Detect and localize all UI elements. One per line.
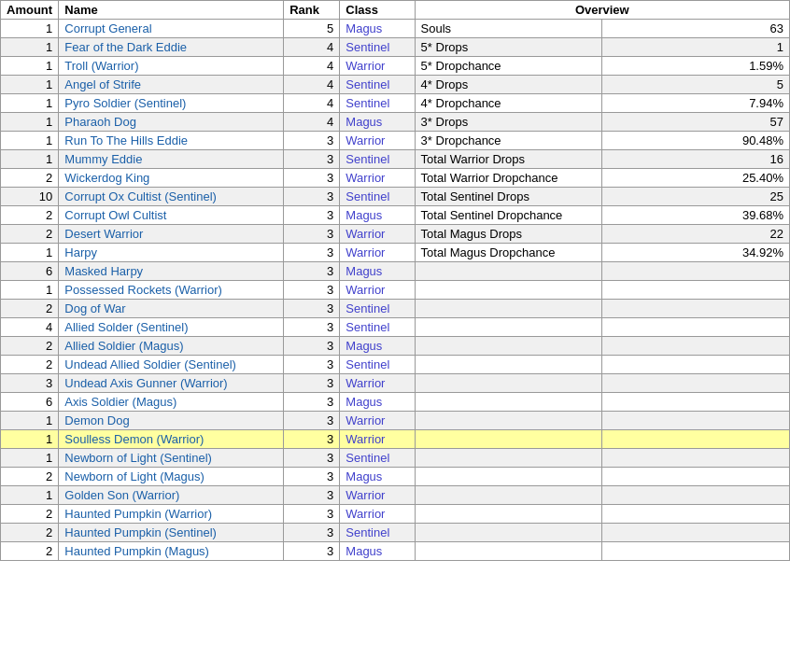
cell-rank: 3 — [284, 412, 340, 430]
cell-overview-label: Total Warrior Dropchance — [415, 169, 602, 188]
cell-amount: 1 — [1, 20, 59, 38]
cell-class: Magus — [340, 468, 415, 486]
cell-overview-label: 3* Dropchance — [415, 132, 602, 150]
cell-name: Pyro Soldier (Sentinel) — [59, 94, 284, 113]
table-row: 2Haunted Pumpkin (Warrior)3Warrior — [1, 505, 790, 524]
cell-overview-label: 5* Drops — [415, 38, 602, 57]
cell-overview-value: 57 — [602, 113, 790, 132]
cell-class: Magus — [340, 113, 415, 132]
cell-rank: 3 — [284, 150, 340, 169]
cell-overview-value: 7.94% — [602, 94, 790, 113]
cell-overview-label: 4* Dropchance — [415, 94, 602, 113]
cell-overview-label: Souls — [415, 20, 602, 38]
cell-rank: 3 — [284, 524, 340, 542]
cell-overview-value: 90.48% — [602, 132, 790, 150]
cell-name: Harpy — [59, 244, 284, 262]
cell-name: Dog of War — [59, 300, 284, 318]
cell-amount: 1 — [1, 132, 59, 150]
cell-overview-value: 16 — [602, 150, 790, 169]
cell-amount: 1 — [1, 449, 59, 468]
cell-overview-label: Total Magus Dropchance — [415, 244, 602, 262]
cell-rank: 3 — [284, 318, 340, 337]
cell-rank: 3 — [284, 132, 340, 150]
cell-overview-label — [415, 412, 602, 430]
cell-class: Warrior — [340, 505, 415, 524]
table-row: 4Allied Solder (Sentinel)3Sentinel — [1, 318, 790, 337]
cell-overview-label — [415, 337, 602, 356]
cell-class: Warrior — [340, 486, 415, 505]
cell-overview-label — [415, 524, 602, 542]
cell-amount: 2 — [1, 225, 59, 244]
cell-overview-value: 1 — [602, 38, 790, 57]
cell-class: Sentinel — [340, 524, 415, 542]
cell-amount: 2 — [1, 169, 59, 188]
table-row: 6Masked Harpy3Magus — [1, 262, 790, 281]
cell-rank: 3 — [284, 188, 340, 206]
cell-rank: 3 — [284, 505, 340, 524]
cell-name: Corrupt Ox Cultist (Sentinel) — [59, 188, 284, 206]
cell-overview-label: Total Magus Drops — [415, 225, 602, 244]
cell-name: Corrupt Owl Cultist — [59, 206, 284, 225]
cell-overview-value — [602, 486, 790, 505]
header-overview: Overview — [415, 1, 789, 20]
cell-name: Fear of the Dark Eddie — [59, 38, 284, 57]
cell-overview-label — [415, 374, 602, 393]
table-row: 2Wickerdog King3WarriorTotal Warrior Dro… — [1, 169, 790, 188]
header-amount: Amount — [1, 1, 59, 20]
cell-amount: 1 — [1, 486, 59, 505]
cell-overview-value: 25.40% — [602, 169, 790, 188]
table-row: 2Undead Allied Soldier (Sentinel)3Sentin… — [1, 356, 790, 374]
cell-rank: 3 — [284, 449, 340, 468]
cell-rank: 3 — [284, 468, 340, 486]
cell-rank: 3 — [284, 225, 340, 244]
table-row: 2Corrupt Owl Cultist3MagusTotal Sentinel… — [1, 206, 790, 225]
cell-rank: 3 — [284, 374, 340, 393]
cell-name: Undead Axis Gunner (Warrior) — [59, 374, 284, 393]
cell-amount: 1 — [1, 412, 59, 430]
cell-amount: 2 — [1, 524, 59, 542]
cell-overview-value — [602, 318, 790, 337]
cell-rank: 3 — [284, 393, 340, 412]
cell-overview-label: Total Sentinel Dropchance — [415, 206, 602, 225]
cell-class: Warrior — [340, 57, 415, 76]
cell-overview-label — [415, 356, 602, 374]
cell-amount: 1 — [1, 94, 59, 113]
cell-overview-label — [415, 449, 602, 468]
header-rank: Rank — [284, 1, 340, 20]
cell-name: Corrupt General — [59, 20, 284, 38]
table-row: 2Dog of War3Sentinel — [1, 300, 790, 318]
cell-rank: 3 — [284, 486, 340, 505]
cell-amount: 2 — [1, 468, 59, 486]
cell-amount: 2 — [1, 356, 59, 374]
cell-rank: 3 — [284, 206, 340, 225]
cell-class: Warrior — [340, 281, 415, 300]
table-row: 3Undead Axis Gunner (Warrior)3Warrior — [1, 374, 790, 393]
cell-class: Sentinel — [340, 300, 415, 318]
cell-rank: 4 — [284, 76, 340, 94]
cell-name: Angel of Strife — [59, 76, 284, 94]
cell-rank: 3 — [284, 281, 340, 300]
table-row: 2Allied Soldier (Magus)3Magus — [1, 337, 790, 356]
table-row: 1Possessed Rockets (Warrior)3Warrior — [1, 281, 790, 300]
cell-overview-label: 5* Dropchance — [415, 57, 602, 76]
cell-name: Haunted Pumpkin (Magus) — [59, 542, 284, 561]
cell-amount: 6 — [1, 262, 59, 281]
cell-class: Warrior — [340, 244, 415, 262]
header-class: Class — [340, 1, 415, 20]
cell-class: Sentinel — [340, 150, 415, 169]
cell-overview-value: 5 — [602, 76, 790, 94]
cell-amount: 10 — [1, 188, 59, 206]
cell-overview-value — [602, 393, 790, 412]
cell-class: Sentinel — [340, 356, 415, 374]
cell-amount: 2 — [1, 337, 59, 356]
cell-overview-label — [415, 318, 602, 337]
cell-amount: 1 — [1, 281, 59, 300]
cell-name: Allied Solder (Sentinel) — [59, 318, 284, 337]
table-row: 1Troll (Warrior)4Warrior5* Dropchance1.5… — [1, 57, 790, 76]
cell-overview-value — [602, 542, 790, 561]
cell-overview-value: 1.59% — [602, 57, 790, 76]
cell-class: Sentinel — [340, 38, 415, 57]
cell-overview-value: 25 — [602, 188, 790, 206]
table-row: 1Fear of the Dark Eddie4Sentinel5* Drops… — [1, 38, 790, 57]
cell-name: Run To The Hills Eddie — [59, 132, 284, 150]
